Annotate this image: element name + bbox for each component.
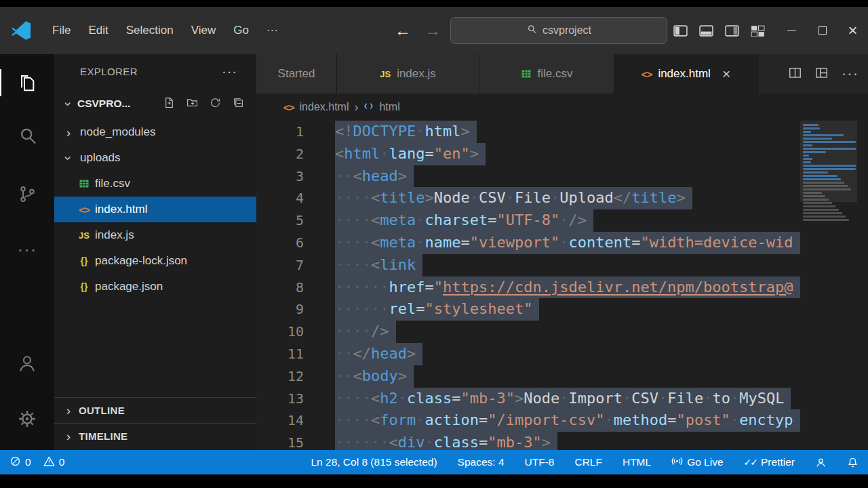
collapse-all-icon[interactable]: [233, 97, 244, 111]
code-line[interactable]: 10····/>: [256, 321, 800, 343]
menu-view[interactable]: View: [182, 19, 225, 42]
code-line[interactable]: 11··</head>: [256, 343, 800, 365]
go-live-button[interactable]: Go Live: [671, 455, 723, 470]
code-lines[interactable]: 1<!DOCTYPE·html>2<html·lang="en">3··<hea…: [256, 121, 800, 450]
code-line[interactable]: 2<html·lang="en">: [256, 143, 800, 165]
close-tab-icon[interactable]: ×: [722, 66, 730, 82]
settings-gear-icon[interactable]: [0, 401, 54, 436]
menu-selection[interactable]: Selection: [117, 19, 182, 42]
code-text: ····<form·action="/import-csv"·method="p…: [335, 409, 800, 432]
warnings-icon: [43, 455, 55, 470]
search-view-icon[interactable]: [0, 118, 54, 153]
menu-edit[interactable]: Edit: [79, 19, 117, 42]
chevron-right-icon: ›: [64, 126, 73, 139]
code-area: 1<!DOCTYPE·html>2<html·lang="en">3··<hea…: [256, 121, 868, 450]
customize-layout-icon[interactable]: [751, 25, 765, 37]
forward-arrow-icon[interactable]: →: [425, 7, 441, 54]
tab-get-started[interactable]: Started: [256, 54, 337, 94]
line-number: 6: [256, 232, 304, 254]
problems-status[interactable]: 0 0: [9, 455, 64, 470]
outline-panel-header[interactable]: › OUTLINE: [54, 397, 256, 423]
vscode-logo-icon: [11, 20, 31, 41]
explorer-more-icon[interactable]: ···: [222, 64, 237, 79]
toggle-sidebar-icon[interactable]: [673, 25, 688, 37]
file-label: file.csv: [95, 177, 130, 190]
code-line[interactable]: 4····<title>Node·CSV·File·Upload</title>: [256, 187, 800, 209]
explorer-title: EXPLORER: [80, 66, 138, 77]
tree-item-package-lock-json[interactable]: {} package-lock.json: [54, 248, 256, 274]
account-icon[interactable]: [0, 346, 54, 381]
minimap[interactable]: [800, 121, 868, 450]
minimap-bars: [803, 124, 856, 222]
code-line[interactable]: 5····<meta·charset="UTF-8"·/>: [256, 209, 800, 232]
chevron-right-icon: ›: [354, 100, 358, 115]
editor-layout-icon[interactable]: [815, 66, 828, 82]
feedback-icon[interactable]: [815, 457, 827, 468]
menu-file[interactable]: File: [43, 19, 79, 42]
tree-item-index-js[interactable]: JS index.js: [54, 222, 256, 248]
chevron-down-icon: ›: [62, 99, 75, 108]
code-line[interactable]: 1<!DOCTYPE·html>: [256, 121, 800, 143]
code-line[interactable]: 8······href="https://cdn.jsdelivr.net/np…: [256, 277, 800, 299]
letterbox-bottom: [0, 474, 868, 488]
chevron-right-icon: ›: [64, 430, 73, 443]
search-icon: [526, 24, 537, 37]
minimize-button[interactable]: [776, 7, 807, 54]
code-text: <html·lang="en">: [335, 143, 486, 165]
tree-item-file-csv[interactable]: file.csv: [54, 171, 256, 197]
line-number: 13: [256, 388, 304, 410]
tab-index-js[interactable]: JS index.js: [337, 54, 479, 94]
tab-index-html[interactable]: <> index.html ×: [614, 54, 758, 94]
tab-file-csv[interactable]: file.csv: [479, 54, 614, 94]
code-line[interactable]: 14····<form·action="/import-csv"·method=…: [256, 409, 800, 432]
code-line[interactable]: 15······<div·class="mb-3">: [256, 432, 800, 450]
more-views-icon[interactable]: ···: [0, 232, 54, 267]
prettier-button[interactable]: ✓✓ Prettier: [744, 456, 795, 468]
code-line[interactable]: 6····<meta·name="viewport"·content="widt…: [256, 232, 800, 254]
toggle-panel-icon[interactable]: [699, 25, 713, 37]
tree-item-node-modules[interactable]: › node_modules: [54, 119, 256, 145]
json-file-icon: {}: [77, 256, 91, 266]
tab-label: index.html: [658, 67, 710, 81]
notifications-bell-icon[interactable]: [847, 457, 859, 468]
new-folder-icon[interactable]: [186, 97, 198, 111]
cursor-position[interactable]: Ln 28, Col 8 (815 selected): [311, 456, 437, 468]
code-text: ····<h2·class="mb-3">Node·Import·CSV·Fil…: [335, 388, 791, 410]
tree-item-index-html[interactable]: <> index.html: [54, 197, 256, 222]
maximize-button[interactable]: [807, 7, 837, 54]
more-actions-icon[interactable]: ···: [842, 65, 859, 83]
timeline-panel-header[interactable]: › TIMELINE: [54, 423, 256, 449]
close-window-button[interactable]: ×: [837, 7, 868, 54]
code-text: ··<body>: [335, 365, 414, 388]
code-text: ······<div·class="mb-3">: [335, 432, 557, 450]
menubar: File Edit Selection View Go ···: [43, 7, 287, 54]
toggle-secondary-sidebar-icon[interactable]: [725, 25, 739, 37]
code-line[interactable]: 9······rel="stylesheet": [256, 298, 800, 321]
breadcrumb-symbol[interactable]: html: [379, 101, 399, 113]
split-editor-icon[interactable]: [789, 66, 802, 82]
tree-item-package-json[interactable]: {} package.json: [54, 274, 256, 300]
menu-overflow-icon[interactable]: ···: [258, 19, 287, 42]
code-text: ····<meta·charset="UTF-8"·/>: [335, 209, 593, 232]
csv-file-icon: [521, 68, 532, 79]
explorer-icon[interactable]: [0, 65, 54, 100]
workspace-section-header[interactable]: › CSVPRO...: [54, 88, 256, 119]
explorer-sidebar: EXPLORER ··· › CSVPRO...: [54, 54, 256, 450]
encoding-status[interactable]: UTF-8: [525, 456, 555, 468]
language-mode[interactable]: HTML: [623, 456, 651, 468]
refresh-icon[interactable]: [210, 97, 221, 111]
source-control-icon[interactable]: [0, 176, 54, 211]
code-line[interactable]: 7····<link: [256, 254, 800, 277]
breadcrumb-file[interactable]: index.html: [300, 101, 349, 113]
new-file-icon[interactable]: [163, 97, 175, 111]
code-line[interactable]: 13····<h2·class="mb-3">Node·Import·CSV·F…: [256, 388, 800, 410]
window-controls: ×: [776, 7, 868, 54]
indentation-status[interactable]: Spaces: 4: [458, 456, 505, 468]
tree-item-uploads[interactable]: › uploads: [54, 145, 256, 171]
menu-go[interactable]: Go: [224, 19, 258, 42]
code-line[interactable]: 12··<body>: [256, 365, 800, 388]
eol-status[interactable]: CRLF: [574, 456, 601, 468]
search-box[interactable]: csvproject: [450, 17, 667, 44]
code-line[interactable]: 3··<head>: [256, 165, 800, 188]
back-arrow-icon[interactable]: ←: [395, 7, 411, 54]
